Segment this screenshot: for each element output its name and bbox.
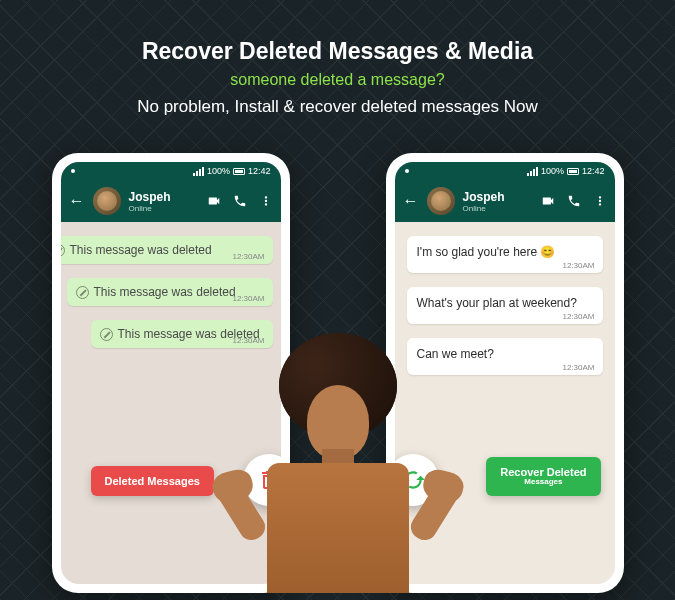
phone-icon[interactable] — [233, 194, 247, 208]
status-bar: 100% 12:42 — [61, 162, 281, 180]
tagline: No problem, Install & recover deleted me… — [0, 97, 675, 117]
back-icon[interactable]: ← — [403, 192, 419, 210]
phone-icon[interactable] — [567, 194, 581, 208]
deleted-message: This message was deleted 12:30AM — [91, 320, 273, 348]
person-illustration — [223, 347, 453, 593]
deleted-message: This message was deleted 12:30AM — [67, 278, 273, 306]
battery-percent: 100% — [541, 166, 564, 176]
promo-header: Recover Deleted Messages & Media someone… — [0, 0, 675, 117]
status-bar: 100% 12:42 — [395, 162, 615, 180]
contact-status: Online — [129, 204, 199, 213]
chat-header: ← Jospeh Online — [61, 180, 281, 222]
title: Recover Deleted Messages & Media — [0, 38, 675, 65]
battery-icon — [233, 168, 245, 175]
deleted-message: This message was deleted 12:30AM — [61, 236, 273, 264]
contact-name: Jospeh — [463, 190, 533, 204]
contact-status: Online — [463, 204, 533, 213]
recovered-message: I'm so glad you're here 😊 12:30AM — [407, 236, 603, 273]
battery-icon — [567, 168, 579, 175]
avatar[interactable] — [93, 187, 121, 215]
recover-button[interactable]: Recover Deleted Messages — [486, 457, 600, 496]
more-icon[interactable] — [259, 194, 273, 208]
status-time: 12:42 — [248, 166, 271, 176]
recovered-message: What's your plan at weekend? 12:30AM — [407, 287, 603, 324]
blocked-icon — [76, 286, 89, 299]
battery-percent: 100% — [207, 166, 230, 176]
video-icon[interactable] — [207, 194, 221, 208]
back-icon[interactable]: ← — [69, 192, 85, 210]
signal-icon — [193, 167, 204, 176]
blocked-icon — [61, 244, 65, 257]
contact-name: Jospeh — [129, 190, 199, 204]
chat-header: ← Jospeh Online — [395, 180, 615, 222]
avatar[interactable] — [427, 187, 455, 215]
deleted-messages-button[interactable]: Deleted Messages — [91, 466, 214, 496]
subtitle: someone deleted a message? — [0, 71, 675, 89]
video-icon[interactable] — [541, 194, 555, 208]
status-time: 12:42 — [582, 166, 605, 176]
more-icon[interactable] — [593, 194, 607, 208]
signal-icon — [527, 167, 538, 176]
blocked-icon — [100, 328, 113, 341]
